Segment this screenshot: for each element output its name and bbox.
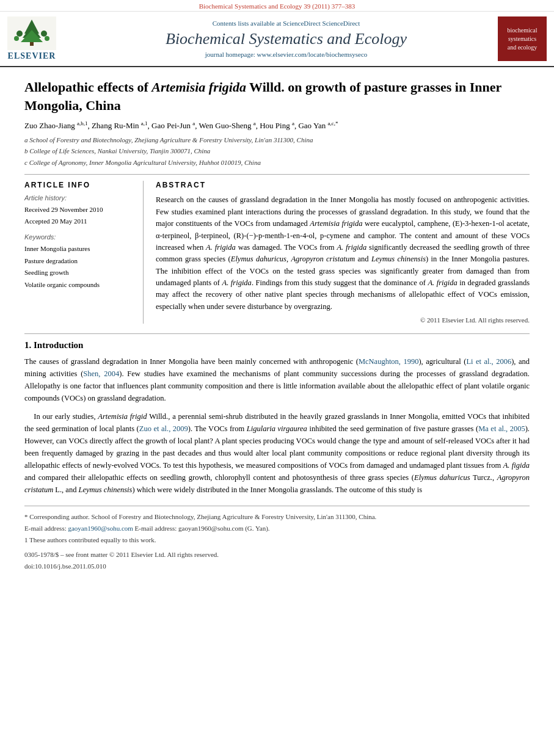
ref-mcnaughton[interactable]: McNaughton, 1990 (359, 357, 419, 366)
article-info-column: ARTICLE INFO Article history: Received 2… (24, 181, 144, 324)
elsevier-logo: ELSEVIER (7, 16, 56, 61)
keywords-list: Inner Mongolia pastures Pasture degradat… (24, 243, 133, 291)
keyword-3: Seedling growth (24, 267, 133, 279)
ref-zuo[interactable]: Zuo et al., 2009 (139, 424, 188, 433)
abstract-column: ABSTRACT Research on the causes of grass… (156, 181, 530, 324)
section-1-heading: 1. Introduction (24, 340, 530, 351)
svg-point-5 (16, 31, 23, 37)
footnotes-area: * Corresponding author. School of Forest… (24, 506, 530, 572)
open-access-text: 0305-1978/$ – see front matter © 2011 El… (24, 549, 530, 561)
authors-line: Zuo Zhao-Jiang a,b,1, Zhang Ru-Min a,1, … (24, 120, 530, 131)
article-title: Allelopathic effects of Artemisia frigid… (24, 78, 530, 114)
ref-ma[interactable]: Ma et al., 2005 (478, 424, 525, 433)
journal-center-header: Contents lists available at ScienceDirec… (81, 16, 492, 61)
abstract-text: Research on the causes of grassland degr… (156, 194, 530, 313)
title-italic: Artemisia frigida (151, 79, 246, 95)
keywords-label: Keywords: (24, 233, 133, 241)
svg-point-8 (45, 36, 49, 41)
sciencedirect-brand: ScienceDirect (323, 20, 360, 27)
ref-shen[interactable]: Shen, 2004 (83, 369, 119, 378)
ref-li[interactable]: Li et al., 2006 (466, 357, 511, 366)
badge-text: biochemical systematics and ecology (508, 26, 538, 52)
corresponding-author: * Corresponding author. School of Forest… (24, 511, 530, 523)
journal-title: Biochemical Systematics and Ecology (81, 29, 492, 48)
divider-1 (24, 174, 530, 175)
svg-point-7 (14, 36, 19, 41)
abstract-heading: ABSTRACT (156, 181, 530, 189)
article-info-heading: ARTICLE INFO (24, 181, 133, 189)
journal-header: ELSEVIER Contents lists available at Sci… (0, 12, 554, 67)
elsevier-tree-icon (7, 16, 56, 50)
received-date: Received 29 November 2010 (24, 204, 133, 216)
affiliation-a: a School of Forestry and Biotechnology, … (24, 135, 530, 146)
svg-point-6 (41, 31, 47, 37)
intro-para-1: The causes of grassland degradation in I… (24, 355, 530, 404)
doi-text: doi:10.1016/j.bse.2011.05.010 (24, 561, 530, 572)
keyword-4: Volatile organic compounds (24, 279, 133, 291)
affiliation-c: c College of Agronomy, Inner Mongolia Ag… (24, 158, 530, 169)
open-access-line: 0305-1978/$ – see front matter © 2011 El… (24, 549, 530, 572)
article-dates: Received 29 November 2010 Accepted 20 Ma… (24, 204, 133, 227)
accepted-date: Accepted 20 May 2011 (24, 216, 133, 227)
affiliations: a School of Forestry and Biotechnology, … (24, 135, 530, 169)
email-suffix: E-mail address: gaoyan1960@sohu.com (G. … (135, 525, 270, 532)
main-content: Allelopathic effects of Artemisia frigid… (0, 67, 554, 584)
email-link[interactable]: gaoyan1960@sohu.com (68, 525, 133, 532)
copyright-line: © 2011 Elsevier Ltd. All rights reserved… (156, 316, 530, 324)
title-start: Allelopathic effects of (24, 79, 151, 95)
sciencedirect-link: Contents lists available at ScienceDirec… (81, 20, 492, 27)
keyword-2: Pasture degradation (24, 255, 133, 267)
elsevier-brand-text: ELSEVIER (8, 51, 56, 61)
divider-2 (24, 333, 530, 334)
journal-badge: biochemical systematics and ecology (498, 16, 547, 61)
intro-para-2: In our early studies, Artemisia frigid W… (24, 410, 530, 496)
citation-text: Biochemical Systematics and Ecology 39 (… (199, 2, 355, 10)
info-abstract-section: ARTICLE INFO Article history: Received 2… (24, 181, 530, 324)
equal-contrib: 1 These authors contributed equally to t… (24, 534, 530, 546)
citation-bar: Biochemical Systematics and Ecology 39 (… (0, 0, 554, 12)
affiliation-b: b College of Life Sciences, Nankai Unive… (24, 146, 530, 157)
history-label: Article history: (24, 194, 133, 202)
keyword-1: Inner Mongolia pastures (24, 243, 133, 255)
elsevier-logo-area: ELSEVIER (7, 16, 75, 61)
journal-homepage: journal homepage: www.elsevier.com/locat… (81, 51, 492, 58)
email-address: E-mail address: gaoyan1960@sohu.com E-ma… (24, 523, 530, 534)
